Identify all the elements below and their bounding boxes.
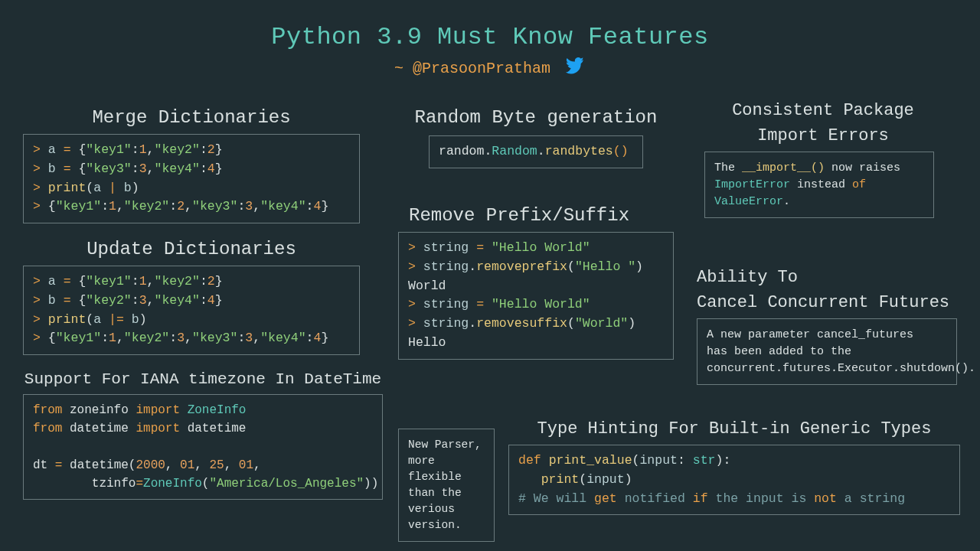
author-line: ~ @PrasoonPratham (0, 57, 980, 80)
author-prefix: ~ (394, 60, 413, 77)
iana-code: from zoneinfo import ZoneInfo from datet… (23, 394, 383, 500)
parser-note: New Parser, more flexible than the verio… (398, 429, 495, 542)
cancel-text: A new parameter cancel_futures has been … (697, 318, 957, 385)
cancel-title2: Cancel Concurrent Futures (697, 293, 957, 312)
update-title: Update Dictionaries (23, 239, 360, 259)
import-errors-title1: Consistent Package (704, 101, 942, 120)
merge-title: Merge Dictionaries (23, 107, 360, 128)
author-handle: @PrasoonPratham (413, 60, 550, 77)
typehint-title: Type Hinting For Built-in Generic Types (508, 419, 960, 439)
import-errors-title2: Import Errors (704, 126, 942, 145)
prefix-code: > string = "Hello World" > string.remove… (398, 232, 674, 360)
page-title: Python 3.9 Must Know Features (0, 0, 980, 51)
update-code: > a = {"key1":1,"key2":2} > b = {"key2":… (23, 266, 360, 355)
randbytes-code: random.Random.randbytes() (429, 135, 643, 168)
merge-code: > a = {"key1":1,"key2":2} > b = {"key3":… (23, 134, 360, 223)
iana-title: Support For IANA timezone In DateTime (23, 370, 383, 388)
randbytes-title: Random Byte generation (394, 107, 678, 128)
prefix-title: Remove Prefix/Suffix (409, 205, 674, 226)
typehint-code: def print_value(input: str): print(input… (508, 445, 960, 515)
twitter-icon (564, 57, 586, 80)
cancel-title1: Ability To (697, 268, 957, 287)
import-errors-text: The __import__() now raises ImportError … (704, 152, 934, 218)
